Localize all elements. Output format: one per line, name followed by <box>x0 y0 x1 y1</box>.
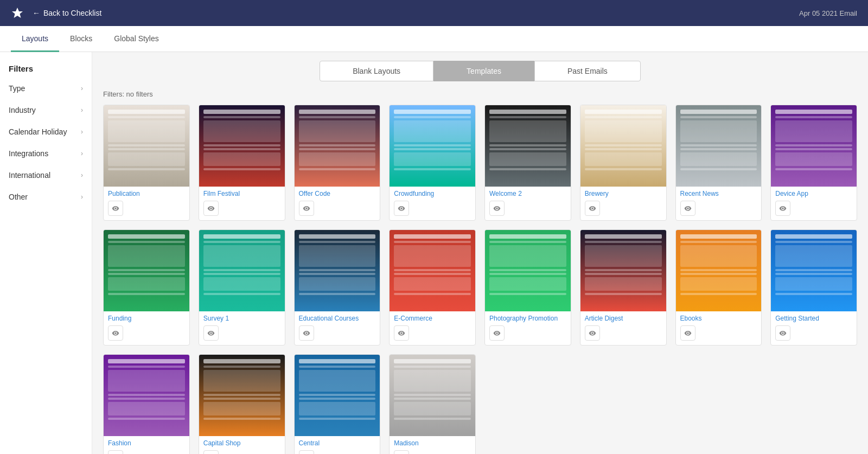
tab-layouts[interactable]: Layouts <box>11 27 59 52</box>
template-label-capital-shop: Capital Shop <box>199 436 285 448</box>
preview-button-publication[interactable] <box>108 201 123 216</box>
template-card-fashion[interactable]: Fashion <box>103 354 190 454</box>
filter-industry-chevron: › <box>81 106 83 114</box>
preview-button-welcome2[interactable] <box>489 201 505 216</box>
template-card-crowdfunding[interactable]: Crowdfunding <box>389 105 476 221</box>
layout-tab-templates[interactable]: Templates <box>433 61 534 81</box>
filter-other-chevron: › <box>81 193 83 201</box>
preview-button-ebooks[interactable] <box>680 325 695 341</box>
back-to-checklist-link[interactable]: ← Back to Checklist <box>33 9 101 17</box>
preview-button-device-app[interactable] <box>775 201 790 216</box>
template-card-madison[interactable]: Madison <box>389 354 476 454</box>
preview-button-recent-news[interactable] <box>680 201 695 216</box>
content-area: Filters Type › Industry › Calendar Holid… <box>0 52 868 454</box>
template-thumb-device-app <box>771 105 857 187</box>
back-arrow-icon: ← <box>33 9 40 17</box>
template-card-welcome2[interactable]: Welcome 2 <box>484 105 571 221</box>
template-card-ebooks[interactable]: Ebooks <box>675 229 762 346</box>
layout-tab-past-emails[interactable]: Past Emails <box>534 61 641 81</box>
template-thumb-crowdfunding <box>390 105 475 187</box>
template-card-offer-code[interactable]: Offer Code <box>294 105 381 221</box>
preview-button-photography-promotion[interactable] <box>489 325 505 341</box>
template-thumb-welcome2 <box>485 105 571 187</box>
template-label-madison: Madison <box>390 436 475 448</box>
template-card-publication[interactable]: Publication <box>103 105 190 221</box>
filters-title: Filters <box>0 57 92 78</box>
template-thumb-getting-started <box>771 230 857 311</box>
template-card-central[interactable]: Central <box>294 354 381 454</box>
template-thumb-publication <box>104 105 189 187</box>
template-preview-area-getting-started <box>771 323 857 345</box>
preview-button-capital-shop[interactable] <box>203 450 219 454</box>
layout-tab-bar: Blank Layouts Templates Past Emails <box>103 61 857 81</box>
template-thumb-survey1 <box>199 230 285 311</box>
layout-tab-blank[interactable]: Blank Layouts <box>320 61 433 81</box>
template-label-publication: Publication <box>104 187 189 199</box>
template-label-educational-courses: Educational Courses <box>295 311 380 323</box>
template-preview-area-educational-courses <box>295 323 380 345</box>
template-preview-area-recent-news <box>676 199 762 220</box>
logo-icon <box>11 7 24 20</box>
filter-international[interactable]: International › <box>0 164 92 186</box>
filter-calendar-holiday[interactable]: Calendar Holiday › <box>0 121 92 143</box>
template-preview-area-article-digest <box>580 323 666 345</box>
template-card-recent-news[interactable]: Recent News <box>675 105 762 221</box>
filter-calendar-chevron: › <box>81 128 83 136</box>
template-label-article-digest: Article Digest <box>580 311 666 323</box>
template-card-survey1[interactable]: Survey 1 <box>199 229 285 346</box>
preview-button-article-digest[interactable] <box>585 325 600 341</box>
tab-global-styles[interactable]: Global Styles <box>103 27 169 52</box>
preview-button-survey1[interactable] <box>203 325 219 341</box>
preview-button-e-commerce[interactable] <box>394 325 409 341</box>
template-preview-area-film-festival <box>199 199 285 220</box>
template-label-recent-news: Recent News <box>676 187 762 199</box>
template-card-device-app[interactable]: Device App <box>770 105 857 221</box>
filter-integrations[interactable]: Integrations › <box>0 143 92 164</box>
preview-button-madison[interactable] <box>394 450 409 454</box>
back-link-label: Back to Checklist <box>43 9 101 17</box>
preview-button-fashion[interactable] <box>108 450 123 454</box>
template-preview-area-brewery <box>580 199 666 220</box>
template-thumb-brewery <box>580 105 666 187</box>
template-label-central: Central <box>295 436 380 448</box>
date-label: Apr 05 2021 Email <box>799 9 857 17</box>
preview-button-crowdfunding[interactable] <box>394 201 409 216</box>
template-thumb-offer-code <box>295 105 380 187</box>
template-card-brewery[interactable]: Brewery <box>580 105 667 221</box>
template-label-device-app: Device App <box>771 187 857 199</box>
template-card-getting-started[interactable]: Getting Started <box>770 229 857 346</box>
template-card-article-digest[interactable]: Article Digest <box>580 229 667 346</box>
top-nav: ← Back to Checklist Apr 05 2021 Email <box>0 0 868 26</box>
filter-international-label: International <box>9 171 50 180</box>
preview-button-offer-code[interactable] <box>299 201 314 216</box>
template-card-film-festival[interactable]: Film Festival <box>199 105 285 221</box>
template-preview-area-madison <box>390 448 475 454</box>
filter-industry[interactable]: Industry › <box>0 99 92 121</box>
filter-type[interactable]: Type › <box>0 78 92 99</box>
template-thumb-e-commerce <box>390 230 475 311</box>
template-thumb-fashion <box>104 355 189 436</box>
preview-button-brewery[interactable] <box>585 201 600 216</box>
template-card-funding[interactable]: Funding <box>103 229 190 346</box>
filter-integrations-label: Integrations <box>9 149 48 158</box>
template-card-capital-shop[interactable]: Capital Shop <box>199 354 285 454</box>
template-preview-area-e-commerce <box>390 323 475 345</box>
preview-button-getting-started[interactable] <box>775 325 790 341</box>
preview-button-central[interactable] <box>299 450 314 454</box>
preview-button-educational-courses[interactable] <box>299 325 314 341</box>
tab-blocks[interactable]: Blocks <box>59 27 103 52</box>
filter-other[interactable]: Other › <box>0 186 92 208</box>
template-label-welcome2: Welcome 2 <box>485 187 571 199</box>
preview-button-funding[interactable] <box>108 325 123 341</box>
preview-button-film-festival[interactable] <box>203 201 219 216</box>
template-label-offer-code: Offer Code <box>295 187 380 199</box>
template-card-photography-promotion[interactable]: Photography Promotion <box>484 229 571 346</box>
template-label-survey1: Survey 1 <box>199 311 285 323</box>
template-card-e-commerce[interactable]: E-Commerce <box>389 229 476 346</box>
template-preview-area-fashion <box>104 448 189 454</box>
filter-other-label: Other <box>9 193 28 201</box>
filter-integrations-chevron: › <box>81 150 83 157</box>
filter-industry-label: Industry <box>9 106 36 114</box>
template-card-educational-courses[interactable]: Educational Courses <box>294 229 381 346</box>
main-area: Blank Layouts Templates Past Emails Filt… <box>92 52 868 454</box>
